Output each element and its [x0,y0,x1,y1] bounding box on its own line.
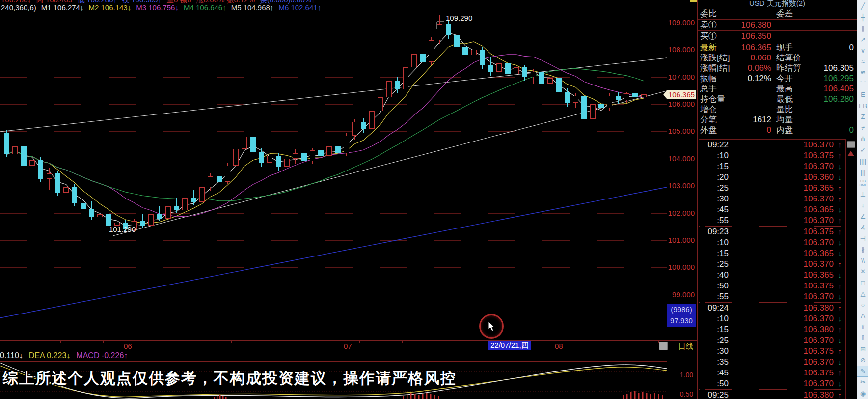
tick-up-arrow-icon: ↑ [838,227,842,237]
tick-up-arrow-icon: ↑ [838,368,842,378]
macd-bar [225,397,227,399]
tick-time: :25 [701,183,729,194]
tick-price: 106.370 [804,314,834,324]
crosshatch-tool-icon[interactable]: ✕ [857,266,868,277]
fan-arc-tool-icon[interactable]: ∡ [857,222,868,232]
axis-top-marker [690,0,697,2]
tick-time: :45 [701,204,729,215]
tick-price: 106.380 [804,324,834,335]
tick-down-arrow-icon: ↓ [838,335,842,346]
tick-down-arrow-icon: ↓ [838,357,842,368]
histogram-tool-icon[interactable]: ⊥ [857,189,868,200]
polyline-tool-icon[interactable]: ∨ [857,45,868,56]
arrow-down-tool-icon[interactable]: ↓ [857,200,868,210]
weibi-label: 委比 [700,8,717,19]
scissors-tool-icon[interactable]: ✂ [857,377,868,387]
fib-retracement-tool-icon[interactable]: FB [857,101,868,111]
price-axis-label: 104.000 [668,154,695,163]
macd-bar [658,394,659,399]
time-sales-list[interactable]: 09:22106.370↑:10106.375↑:15106.370↓:2010… [699,139,846,399]
gann-e-tool-icon[interactable]: E [857,89,868,100]
quote-row: 分笔1612均量 [698,114,857,125]
arrow-down-marker-tool-icon[interactable]: ⇩ [857,333,868,343]
curve-line-tool-icon[interactable]: ⌒ [857,79,868,89]
quote-field-value: 1612 [698,114,771,125]
time-axis[interactable]: 060722/07/21,四08 日线 [0,340,697,350]
arrow-line-tool-icon[interactable]: ↗ [857,34,868,45]
candlestick-chart[interactable]: 106.280↓高 106.405低 106.280↑收 106.365↑量0 … [0,0,667,340]
drawing-toolbar: ╱┿∥↗∨≈≋⌒EFBZ≠⋔✓|||||||FIB TIME⊥↓∠∡⊣∦\\✕□… [857,0,868,399]
time-axis-tick [103,341,104,343]
price-gate-tool-icon[interactable]: ⊣ [857,233,868,244]
candle-down [38,160,43,179]
tick-row: 09:22106.370↑ [699,140,845,150]
price-axis-label: 99.000 [672,290,695,299]
quote-field-label: 总手 [700,84,717,94]
trend-line-tool-icon[interactable]: ╱ [857,1,868,11]
pitchfork-tool-icon[interactable]: ⋔ [857,134,868,144]
tick-row: :25106.370↓ [699,335,845,346]
candle-down [4,133,9,154]
parallel-slash-tool-icon[interactable]: ∦ [857,244,868,255]
tick-down-arrow-icon: ↓ [838,248,842,259]
channel-tool-icon[interactable]: ≠ [857,123,868,133]
candle-down [157,214,162,218]
trough-price-annotation: 101.290 [109,225,136,233]
tick-time: :50 [701,378,729,389]
scroll-up-arrow-icon[interactable] [847,151,854,156]
fib-time-tool-icon[interactable]: FIB TIME [857,178,868,188]
zigzag-tool-icon[interactable]: Z [857,112,868,122]
text-tool-icon[interactable]: A [857,311,868,321]
candle-down [488,65,493,72]
tick-time: :15 [701,161,729,172]
quote-row: 外盘0内盘0 [698,125,857,135]
candle-up [208,176,213,187]
tick-row: :30106.370↑ [699,194,845,204]
tick-up-arrow-icon: ↑ [838,259,842,270]
palette-tool-icon[interactable]: ◉ [857,388,868,399]
wave-band-tool-icon[interactable]: ≋ [857,67,868,78]
candle-down [632,93,638,97]
time-axis-tick [189,341,189,343]
check-line-tool-icon[interactable]: ✓ [857,145,868,155]
copy-tool-icon[interactable]: ⊞ [857,344,868,354]
gann-fan-tool-icon[interactable]: ∠ [857,211,868,222]
bid-price: 106.350 [698,31,771,42]
price-axis-label: 108.000 [668,45,695,54]
candle-down [259,152,264,163]
scroll-grip-icon[interactable] [847,141,855,148]
tick-down-arrow-icon: ↓ [838,378,842,389]
time-axis-tick [60,341,61,343]
macd-bar [422,394,424,399]
candle-up [47,173,52,179]
point-line-tool-icon[interactable]: ┿ [857,12,868,23]
time-axis-tick [317,341,317,343]
tick-row: :55106.370↑ [699,215,845,226]
tick-down-arrow-icon: ↓ [838,291,842,302]
wave-line-tool-icon[interactable]: ≈ [857,57,868,67]
pencil-tool-icon[interactable]: ✎ [857,366,868,376]
vertical-grid-tool-icon[interactable]: |||| [857,156,868,166]
eraser-tool-icon[interactable]: ⊘ [857,355,868,365]
price-axis-label: 101.000 [668,236,695,244]
macd-bar [623,395,624,399]
tick-price: 106.370 [804,259,834,270]
tick-price: 106.365 [804,270,834,281]
candle-down [21,146,27,166]
symbol-title: USD 美元指数(2) [698,0,857,8]
candle-wick [100,209,100,225]
arrow-up-marker-tool-icon[interactable]: ⇧ [857,322,868,332]
quote-row: 振幅0.12%今开106.295 [698,73,857,84]
percent-lines-tool-icon[interactable]: ||| [857,167,868,177]
scrollbar-thumb[interactable] [659,342,668,350]
tick-list-scrollbar[interactable] [846,140,856,399]
backslash-lines-tool-icon[interactable]: \\ [857,256,868,266]
tick-row: :40106.365↓ [699,270,845,281]
triangle-tool-icon[interactable]: △ [857,288,868,299]
rectangle-tool-icon[interactable]: □ [857,278,868,288]
candle-up [182,198,188,210]
ellipse-tool-icon[interactable]: ○ [857,300,868,310]
parallel-lines-tool-icon[interactable]: ∥ [857,23,868,33]
tick-price: 106.375 [804,150,834,161]
candle-down [565,92,570,103]
